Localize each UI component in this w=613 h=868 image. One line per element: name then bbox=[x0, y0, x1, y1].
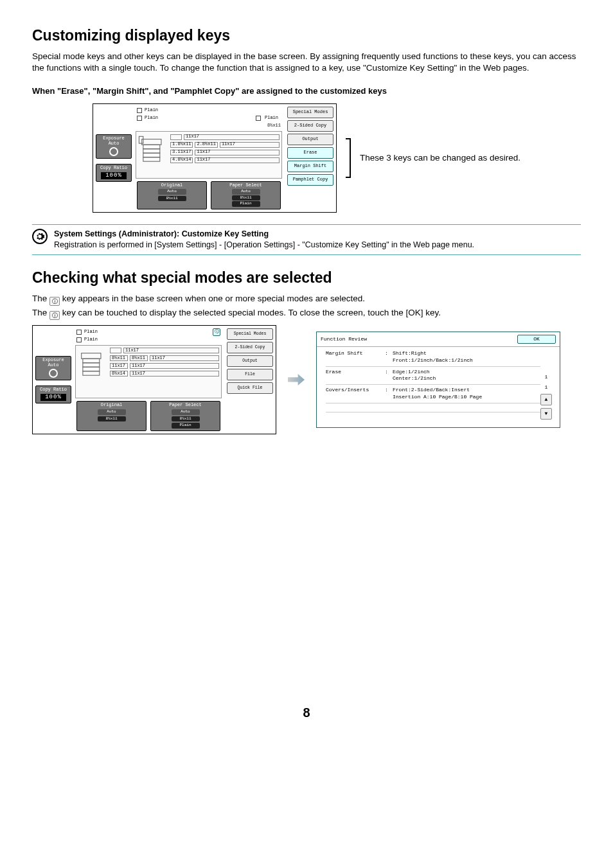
svg-rect-8 bbox=[83, 363, 100, 367]
status-type-r: Plain bbox=[265, 115, 278, 121]
quick-file-button[interactable]: Quick File bbox=[227, 382, 273, 394]
paper-select-button[interactable]: Paper Select Auto 8½x11 Plain bbox=[150, 401, 220, 430]
erase-button[interactable]: Erase bbox=[287, 147, 333, 159]
intro-text-1: Special mode keys and other keys can be … bbox=[32, 51, 581, 74]
review-row-covers: Covers/Inserts : Front:2-Sided/Back:Inse… bbox=[326, 385, 540, 403]
copy-panel-custom: Exposure Auto Copy Ratio 100% Plain Plai… bbox=[93, 103, 337, 213]
tray-7[interactable]: 11x17 bbox=[195, 150, 280, 155]
admin-note: System Settings (Administrator): Customi… bbox=[32, 224, 581, 255]
doc-orientation-icon bbox=[137, 108, 142, 113]
info-icon: ⓘ bbox=[49, 311, 60, 320]
doc-orientation-icon bbox=[76, 337, 82, 342]
figure-caption: These 3 keys can be changed as desired. bbox=[360, 152, 520, 164]
svg-rect-5 bbox=[139, 136, 143, 143]
svg-rect-10 bbox=[83, 371, 100, 375]
ok-button[interactable]: OK bbox=[517, 335, 556, 344]
tray-8[interactable]: 11x17 bbox=[195, 157, 280, 163]
intro-text-2a: The ⓘ key appears in the base screen whe… bbox=[32, 293, 581, 306]
svg-rect-7 bbox=[83, 359, 100, 362]
status-size: 8½x11 bbox=[267, 123, 281, 128]
svg-rect-0 bbox=[142, 139, 161, 145]
function-review-title: Function Review bbox=[321, 336, 367, 343]
review-row-margin-shift: Margin Shift : Shift:Right Front:1/2inch… bbox=[326, 348, 540, 367]
info-button[interactable]: ⓘ bbox=[213, 328, 220, 336]
copy-ratio-button[interactable]: Copy Ratio 100% bbox=[96, 164, 132, 182]
svg-rect-1 bbox=[143, 145, 160, 148]
note-body: Registration is performed in [System Set… bbox=[54, 240, 474, 249]
paper-icon bbox=[256, 116, 261, 121]
pamphlet-copy-button[interactable]: Pamphlet Copy bbox=[287, 174, 333, 186]
intro-text-2b: The ⓘ key can be touched to display the … bbox=[32, 307, 581, 320]
review-row-erase: Erase : Edge:1/2inch Center:1/2inch bbox=[326, 367, 540, 385]
paper-select-button[interactable]: Paper Select Auto 8½x11 Plain bbox=[211, 181, 281, 209]
file-button[interactable]: File bbox=[227, 369, 273, 380]
tray-5[interactable]: 11x17 bbox=[184, 134, 280, 140]
info-icon: ⓘ bbox=[49, 297, 60, 306]
tray-4[interactable]: 4.8½x14 bbox=[170, 157, 193, 163]
svg-rect-3 bbox=[143, 153, 160, 157]
function-review-panel: Function Review OK Margin Shift : Shift:… bbox=[316, 332, 560, 428]
tray-1b[interactable]: 2.8½x11 bbox=[195, 142, 217, 148]
status-type-1: Plain bbox=[145, 107, 158, 113]
exposure-value: Auto bbox=[109, 141, 120, 146]
exposure-button[interactable]: Exposure Auto bbox=[96, 134, 132, 159]
original-button[interactable]: Original Auto 8½x11 bbox=[76, 401, 147, 430]
copier-icon bbox=[138, 134, 168, 168]
status-type-2: Plain bbox=[145, 115, 158, 121]
svg-rect-9 bbox=[83, 367, 100, 371]
copier-icon bbox=[78, 348, 107, 382]
exposure-button[interactable]: Exposure Auto bbox=[35, 356, 71, 380]
figure-2: Exposure Auto Copy Ratio 100% Plain ⓘ Pl… bbox=[32, 325, 581, 434]
special-modes-button[interactable]: Special Modes bbox=[227, 328, 273, 340]
example-heading: When "Erase", "Margin Shift", and "Pamph… bbox=[32, 85, 581, 97]
margin-shift-button[interactable]: Margin Shift bbox=[287, 161, 333, 172]
two-sided-copy-button[interactable]: 2-Sided Copy bbox=[227, 342, 273, 353]
tray-3[interactable]: 3.11x17 bbox=[170, 150, 193, 155]
paper-select-label: Paper Select bbox=[229, 182, 262, 188]
copy-ratio-value: 100% bbox=[101, 172, 127, 179]
heading-checking: Checking what special modes are selected bbox=[32, 268, 581, 288]
output-button[interactable]: Output bbox=[287, 134, 333, 145]
copy-panel-base: Exposure Auto Copy Ratio 100% Plain ⓘ Pl… bbox=[32, 325, 276, 434]
copy-ratio-button[interactable]: Copy Ratio 100% bbox=[35, 385, 71, 403]
scroll-up-button[interactable]: ▲ bbox=[540, 394, 552, 405]
two-sided-copy-button[interactable]: 2-Sided Copy bbox=[287, 120, 333, 132]
tray-1a[interactable]: 1.8½x11 bbox=[170, 142, 193, 148]
exposure-dial-icon bbox=[109, 147, 118, 156]
note-title: System Settings (Administrator): Customi… bbox=[54, 229, 269, 238]
review-value: Front:2-Sided/Back:Insert Insertion A:10… bbox=[393, 387, 482, 401]
svg-rect-2 bbox=[143, 149, 160, 153]
heading-customizing: Customizing displayed keys bbox=[32, 26, 581, 46]
doc-orientation-icon bbox=[76, 330, 82, 335]
original-button[interactable]: Original Auto 8½x11 bbox=[137, 181, 207, 209]
exposure-dial-icon bbox=[49, 369, 58, 378]
output-button[interactable]: Output bbox=[227, 355, 273, 367]
figure-1: Exposure Auto Copy Ratio 100% Plain Plai… bbox=[32, 103, 581, 213]
arrow-right-icon bbox=[288, 374, 305, 385]
special-modes-button[interactable]: Special Modes bbox=[287, 107, 333, 118]
bracket-icon bbox=[346, 138, 351, 178]
doc-orientation-icon bbox=[137, 116, 142, 121]
page-number: 8 bbox=[32, 704, 581, 722]
page-indicator-bot: 1 bbox=[540, 384, 552, 391]
gear-icon bbox=[32, 229, 48, 244]
scroll-down-button[interactable]: ▼ bbox=[540, 408, 552, 420]
copy-ratio-label: Copy Ratio bbox=[100, 165, 127, 170]
review-value: Edge:1/2inch Center:1/2inch bbox=[393, 369, 436, 383]
svg-rect-6 bbox=[82, 353, 101, 359]
review-value: Shift:Right Front:1/2inch/Back:1/2inch bbox=[393, 350, 473, 364]
page-indicator-top: 1 bbox=[540, 373, 552, 381]
tray-6[interactable]: 11x17 bbox=[220, 142, 280, 148]
original-label: Original bbox=[161, 182, 183, 188]
svg-rect-4 bbox=[143, 157, 160, 161]
